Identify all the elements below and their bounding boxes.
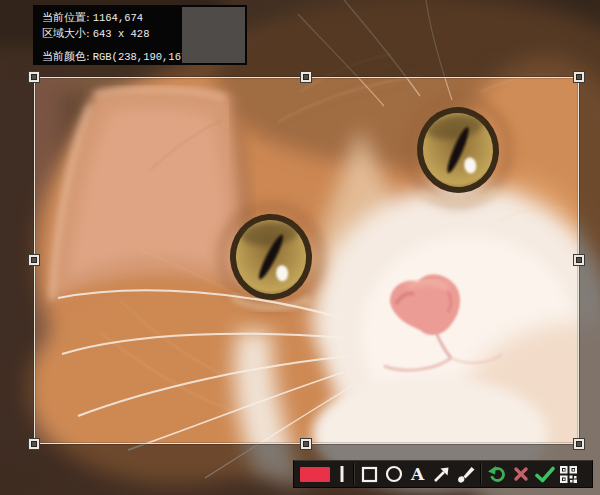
ellipse-icon <box>385 465 403 483</box>
color-row: 当前颜色:RGB(238,190,167) <box>42 49 182 65</box>
color-value: RGB(238,190,167) <box>93 51 182 63</box>
annotation-toolbar: A <box>293 460 593 488</box>
cancel-button[interactable] <box>510 462 531 486</box>
info-text: 当前位置:1164,674 区域大小:643 x 428 当前颜色:RGB(23… <box>33 5 182 65</box>
position-label: 当前位置: <box>42 11 90 24</box>
brush-tool-button[interactable] <box>455 462 476 486</box>
handle-bottom-right[interactable] <box>573 438 585 450</box>
info-panel: 当前位置:1164,674 区域大小:643 x 428 当前颜色:RGB(23… <box>33 5 247 65</box>
position-row: 当前位置:1164,674 <box>42 10 182 26</box>
size-label: 区域大小: <box>42 27 90 40</box>
size-value: 643 x 428 <box>93 28 150 40</box>
size-row: 区域大小:643 x 428 <box>42 26 182 42</box>
confirm-button[interactable] <box>534 462 555 486</box>
arrow-tool-button[interactable] <box>431 462 452 486</box>
check-icon <box>535 466 555 483</box>
color-label: 当前颜色: <box>42 50 90 63</box>
arrow-icon <box>432 465 451 484</box>
brush-icon <box>456 465 476 484</box>
handle-middle-left[interactable] <box>28 254 40 266</box>
handle-top-left[interactable] <box>28 71 40 83</box>
handle-middle-right[interactable] <box>573 254 585 266</box>
handle-bottom-middle[interactable] <box>300 438 312 450</box>
line-width-button[interactable] <box>335 462 349 486</box>
color-swatch <box>300 467 330 482</box>
rectangle-icon <box>361 466 378 483</box>
position-value: 1164,674 <box>93 12 143 24</box>
magnifier-preview <box>182 7 245 63</box>
rectangle-tool-button[interactable] <box>359 462 380 486</box>
qr-code-button[interactable] <box>558 462 579 486</box>
handle-top-right[interactable] <box>573 71 585 83</box>
color-swatch-button[interactable] <box>298 462 332 486</box>
handle-bottom-left[interactable] <box>28 438 40 450</box>
toolbar-separator <box>480 463 482 485</box>
undo-icon <box>487 464 507 484</box>
ellipse-tool-button[interactable] <box>383 462 404 486</box>
text-icon: A <box>411 466 424 483</box>
handle-top-middle[interactable] <box>300 71 312 83</box>
toolbar-separator <box>353 463 355 485</box>
selection-region[interactable] <box>34 77 579 444</box>
undo-button[interactable] <box>486 462 507 486</box>
screenshot-tool-overlay: 当前位置:1164,674 区域大小:643 x 428 当前颜色:RGB(23… <box>0 0 600 495</box>
text-tool-button[interactable]: A <box>407 462 428 486</box>
qr-code-icon <box>559 465 578 484</box>
line-width-icon <box>340 466 344 482</box>
close-icon <box>513 466 529 482</box>
